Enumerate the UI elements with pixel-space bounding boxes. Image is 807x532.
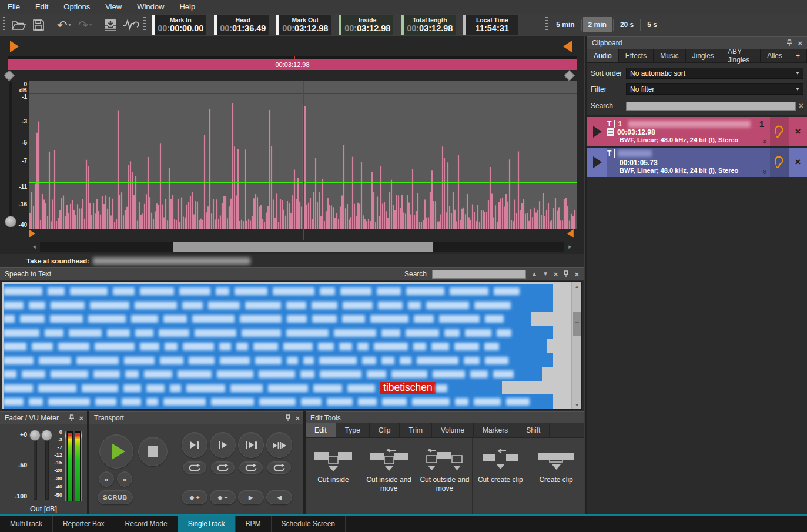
- mark-out-lower-icon[interactable]: [567, 229, 574, 237]
- toolbar-grip[interactable]: [143, 17, 146, 32]
- mark-in-marker-icon[interactable]: [10, 41, 19, 52]
- play-around-mark-button[interactable]: [266, 432, 292, 458]
- skip-back-button[interactable]: «: [99, 471, 114, 487]
- remove-marker-button[interactable]: ◆−: [210, 490, 236, 504]
- menu-help[interactable]: Help: [172, 0, 203, 14]
- playhead-cursor[interactable]: [303, 81, 304, 240]
- scroll-right-arrow[interactable]: ▸: [566, 242, 574, 252]
- fader-knob-left[interactable]: [29, 430, 41, 441]
- loop-button-4[interactable]: [267, 461, 291, 474]
- scroll-thumb[interactable]: [173, 242, 433, 252]
- skip-forward-button[interactable]: »: [117, 471, 132, 487]
- search-prev-icon[interactable]: ▲: [531, 271, 537, 277]
- menu-view[interactable]: View: [98, 0, 129, 14]
- tab-alles[interactable]: Alles: [761, 49, 789, 62]
- import-take-button[interactable]: [101, 16, 120, 34]
- search-clear-icon[interactable]: ×: [554, 270, 558, 278]
- prelisten-button[interactable]: [770, 148, 788, 177]
- vscroll-thumb[interactable]: [573, 312, 581, 336]
- tab-clip[interactable]: Clip: [370, 423, 400, 437]
- tab-type[interactable]: Type: [336, 423, 370, 437]
- item-delete-button[interactable]: ×: [788, 117, 807, 146]
- toolbar-grip[interactable]: [3, 17, 5, 32]
- menu-window[interactable]: Window: [129, 0, 172, 14]
- menu-options[interactable]: Options: [56, 0, 98, 14]
- mark-out-marker-icon[interactable]: [563, 41, 572, 52]
- tab-multitrack[interactable]: MultiTrack: [0, 516, 53, 532]
- cut-outside-move-button[interactable]: Cut outside and move: [417, 438, 473, 514]
- add-marker-button[interactable]: ◆+: [182, 490, 207, 504]
- prelisten-button[interactable]: [770, 117, 788, 146]
- close-icon[interactable]: ×: [295, 414, 300, 422]
- pin-icon[interactable]: [69, 414, 75, 421]
- loop-button-3[interactable]: [239, 461, 263, 474]
- tab-music[interactable]: Music: [654, 49, 685, 62]
- pin-icon[interactable]: [786, 39, 792, 46]
- play-from-mark-button[interactable]: [210, 432, 236, 458]
- tab-record-mode[interactable]: Record Mode: [115, 516, 178, 532]
- scroll-left-arrow[interactable]: ◂: [30, 242, 38, 252]
- search-highlight[interactable]: tibetischen: [380, 382, 436, 394]
- search-next-icon[interactable]: ▼: [543, 271, 548, 277]
- collapse-chevrons-icon[interactable]: »: [761, 170, 770, 175]
- item-body[interactable]: T 1 1 00:03:12.98 BWF, Linear; 48.0 kHz,…: [607, 117, 770, 146]
- menu-edit[interactable]: Edit: [28, 0, 56, 14]
- close-icon[interactable]: ×: [798, 39, 802, 47]
- close-icon[interactable]: ×: [79, 414, 83, 422]
- toolbar-grip[interactable]: [545, 17, 548, 32]
- tab-schedule-screen[interactable]: Schedule Screen: [272, 516, 346, 532]
- speech-text[interactable]: tibetischen: [4, 284, 570, 409]
- tab-singletrack[interactable]: SingleTrack: [178, 516, 236, 532]
- play-button[interactable]: [99, 434, 133, 469]
- clipboard-item-2[interactable]: T 00:01:05.73 BWF, Linear; 48.0 kHz, 24 …: [587, 148, 807, 177]
- save-button[interactable]: [28, 16, 48, 34]
- tab-edit[interactable]: Edit: [306, 423, 336, 437]
- clipboard-search-input[interactable]: [626, 102, 796, 111]
- cut-inside-move-button[interactable]: Cut inside and move: [361, 438, 417, 514]
- tab-add[interactable]: +: [789, 49, 807, 62]
- tab-markers[interactable]: Markers: [474, 423, 517, 437]
- sort-order-dropdown[interactable]: No automatic sort ▼: [626, 68, 803, 79]
- close-icon[interactable]: ×: [574, 270, 579, 278]
- tab-trim[interactable]: Trim: [400, 423, 432, 437]
- zoom-preset-20s[interactable]: 20 s: [615, 17, 639, 32]
- range-handle-left[interactable]: [4, 70, 14, 81]
- cut-create-clip-button[interactable]: Cut create clip: [473, 438, 528, 514]
- filter-dropdown[interactable]: No filter ▼: [626, 83, 803, 95]
- tab-shift[interactable]: Shift: [517, 423, 550, 437]
- tab-audio[interactable]: Audio: [587, 49, 619, 62]
- scroll-track[interactable]: [40, 242, 564, 252]
- menu-file[interactable]: File: [0, 0, 28, 14]
- tab-bpm[interactable]: BPM: [236, 516, 272, 532]
- tab-aby-jingles[interactable]: ABY Jingles: [721, 49, 761, 62]
- vscroll-down-arrow[interactable]: ▾: [572, 400, 582, 409]
- prev-marker-button[interactable]: ◀: [266, 490, 292, 504]
- speech-text-content[interactable]: tibetischen ▴ ▾: [2, 281, 582, 410]
- collapse-chevrons-icon[interactable]: »: [761, 139, 770, 144]
- fader-knob-right[interactable]: [41, 430, 52, 441]
- cut-inside-button[interactable]: Cut inside: [306, 438, 361, 514]
- tab-jingles[interactable]: Jingles: [686, 49, 721, 62]
- pin-icon[interactable]: [285, 414, 291, 421]
- loop-button-2[interactable]: [211, 461, 235, 474]
- item-play-button[interactable]: [587, 148, 607, 177]
- next-marker-button[interactable]: ▶: [238, 490, 264, 504]
- pin-icon[interactable]: [563, 270, 569, 277]
- stop-button[interactable]: [138, 437, 168, 466]
- range-handle-right[interactable]: [564, 70, 574, 81]
- fader-track-right[interactable]: [45, 435, 49, 500]
- redo-button[interactable]: ↷ ▾: [75, 19, 96, 31]
- vscroll-up-arrow[interactable]: ▴: [572, 282, 582, 290]
- tab-reporter-box[interactable]: Reporter Box: [53, 516, 115, 532]
- play-to-mark-button[interactable]: [182, 432, 207, 458]
- zoom-preset-5min[interactable]: 5 min: [551, 17, 580, 32]
- speech-search-input[interactable]: [432, 270, 526, 279]
- search-clear-icon[interactable]: ×: [799, 101, 803, 111]
- undo-button[interactable]: ↶ ▾: [53, 19, 75, 31]
- item-body[interactable]: T 00:01:05.73 BWF, Linear; 48.0 kHz, 24 …: [607, 148, 770, 177]
- mark-in-lower-icon[interactable]: [29, 229, 35, 237]
- clipboard-item-1[interactable]: T 1 1 00:03:12.98 BWF, Linear; 48.0 kHz,…: [587, 117, 807, 146]
- scrub-button[interactable]: SCRUB: [98, 490, 133, 504]
- zoom-preset-5s[interactable]: 5 s: [642, 17, 662, 32]
- fader-track-left[interactable]: [34, 435, 37, 500]
